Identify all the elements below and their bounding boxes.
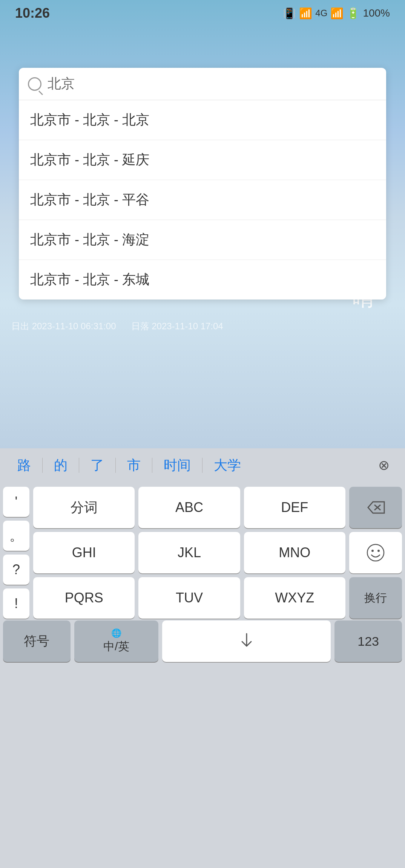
- suggestion-delete-button[interactable]: ⊗: [369, 448, 399, 482]
- key-ghi[interactable]: GHI: [33, 532, 135, 573]
- search-input[interactable]: 北京: [48, 75, 377, 93]
- signal-bars: 📶: [330, 7, 344, 20]
- key-row-3: PQRS TUV WXYZ: [33, 577, 345, 619]
- status-bar: 10:26 📳 📶 4G 📶 🔋 100%: [0, 0, 405, 26]
- key-row-2: GHI JKL MNO: [33, 532, 345, 573]
- search-result-4[interactable]: 北京市 - 北京 - 东城: [19, 260, 386, 300]
- key-exclamation[interactable]: !: [3, 588, 29, 619]
- key-main-grid: 分词 ABC DEF GHI JKL MNO PQRS TUV WXYZ: [33, 487, 345, 619]
- svg-point-4: [377, 550, 380, 552]
- suggestion-le[interactable]: 了: [79, 448, 115, 482]
- wifi-icon: 📶: [299, 7, 312, 20]
- status-time: 10:26: [15, 5, 50, 21]
- search-dropdown: 北京 北京市 - 北京 - 北京 北京市 - 北京 - 延庆 北京市 - 北京 …: [19, 68, 386, 300]
- key-punct-column: ' 。 ? !: [3, 487, 29, 619]
- search-result-3[interactable]: 北京市 - 北京 - 海淀: [19, 220, 386, 260]
- key-tuv[interactable]: TUV: [138, 577, 240, 619]
- battery-icon: 🔋: [347, 7, 360, 20]
- key-symbol[interactable]: 符号: [3, 620, 71, 662]
- lang-label: 中/英: [103, 639, 129, 654]
- search-result-0[interactable]: 北京市 - 北京 - 北京: [19, 100, 386, 140]
- key-def[interactable]: DEF: [244, 487, 345, 528]
- keyboard-bottom-row: 符号 🌐 中/英 123: [0, 620, 405, 662]
- battery-level: 100%: [363, 7, 390, 19]
- search-result-2[interactable]: 北京市 - 北京 - 平谷: [19, 180, 386, 220]
- key-abc[interactable]: ABC: [138, 487, 240, 528]
- key-newline[interactable]: 换行: [349, 577, 402, 619]
- vibrate-icon: 📳: [283, 7, 296, 20]
- key-apostrophe[interactable]: ': [3, 487, 29, 517]
- key-delete[interactable]: [349, 487, 402, 528]
- key-right-column: 换行: [349, 487, 402, 619]
- globe-icon: 🌐: [111, 628, 121, 638]
- search-result-1[interactable]: 北京市 - 北京 - 延庆: [19, 140, 386, 180]
- suggestion-lu[interactable]: 路: [6, 448, 42, 482]
- key-space[interactable]: [162, 620, 331, 662]
- signal-icon: 4G: [315, 8, 327, 18]
- key-pqrs[interactable]: PQRS: [33, 577, 135, 619]
- svg-point-3: [371, 550, 374, 552]
- key-mno[interactable]: MNO: [244, 532, 345, 573]
- key-question[interactable]: ?: [3, 555, 29, 585]
- search-icon: [28, 77, 41, 91]
- key-row-1: 分词 ABC DEF: [33, 487, 345, 528]
- key-language[interactable]: 🌐 中/英: [74, 620, 158, 662]
- key-number[interactable]: 123: [334, 620, 402, 662]
- key-emoji[interactable]: [349, 532, 402, 573]
- suggestion-shi[interactable]: 市: [116, 448, 152, 482]
- key-period-full[interactable]: 。: [3, 521, 29, 551]
- suggestion-daxue[interactable]: 大学: [202, 448, 252, 482]
- key-jkl[interactable]: JKL: [138, 532, 240, 573]
- suggestion-shijian[interactable]: 时间: [152, 448, 202, 482]
- key-wxyz[interactable]: WXYZ: [244, 577, 345, 619]
- keyboard: ' 。 ? ! 分词 ABC DEF GHI JKL MNO PQRS TUV …: [0, 482, 405, 868]
- search-bar[interactable]: 北京: [19, 68, 386, 100]
- keyboard-suggestion-bar: 路 的 了 市 时间 大学 ⊗: [0, 448, 405, 482]
- weather-sunrise: 日出 2023-11-10 06:31:00 日落 2023-11-10 17:…: [11, 320, 394, 332]
- status-icons: 📳 📶 4G 📶 🔋 100%: [283, 7, 390, 20]
- key-fenchi[interactable]: 分词: [33, 487, 135, 528]
- suggestion-de[interactable]: 的: [43, 448, 79, 482]
- svg-point-2: [367, 544, 384, 561]
